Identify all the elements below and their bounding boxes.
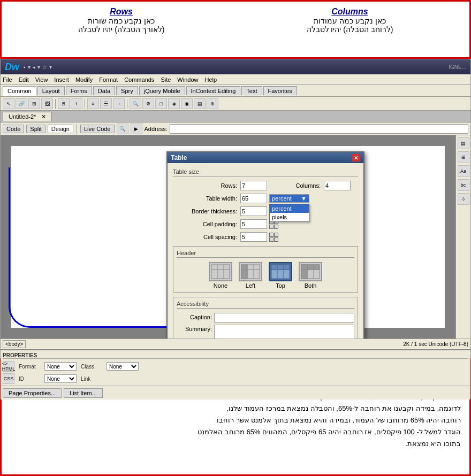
caption-input[interactable] — [214, 313, 354, 323]
settings-icon[interactable]: ⚙ — [142, 98, 154, 109]
menu-file[interactable]: File — [3, 76, 12, 83]
right-icon-5[interactable]: ⊹ — [458, 193, 469, 205]
class-select[interactable]: None — [107, 362, 139, 371]
image-icon[interactable]: 🖼 — [41, 98, 53, 109]
menu-insert[interactable]: Insert — [54, 76, 69, 83]
separator-3 — [127, 99, 127, 109]
zoom-icon[interactable]: 🔍 — [130, 98, 141, 109]
padding-row: Cell padding: — [173, 219, 358, 229]
right-icon-2[interactable]: ⊞ — [458, 151, 469, 163]
unit-dropdown-btn[interactable]: percent ▼ — [269, 194, 309, 203]
width-input[interactable] — [240, 194, 267, 203]
right-icon-3[interactable]: Aa — [458, 165, 469, 177]
tab-common[interactable]: Common — [3, 86, 36, 96]
inspect-icon[interactable]: 🔍 — [117, 124, 128, 134]
misc-icon3[interactable]: ◉ — [181, 98, 193, 109]
misc-icon5[interactable]: ⊕ — [207, 98, 218, 109]
list-icon[interactable]: ☰ — [100, 98, 112, 109]
summary-textarea[interactable] — [214, 325, 354, 339]
tab-spry[interactable]: Spry — [116, 86, 138, 95]
live-code-btn[interactable]: Live Code — [80, 125, 115, 133]
menu-commands[interactable]: Commands — [124, 76, 154, 83]
header-left[interactable]: Left — [239, 262, 262, 289]
menu-edit[interactable]: Edit — [19, 76, 29, 83]
toolbar-icons: ↖ 🔗 ⊞ 🖼 B I ≡ ☰ → 🔍 ⚙ □ ◈ ◉ ▤ ⊕ — [1, 97, 470, 111]
right-icon-1[interactable]: ▤ — [458, 137, 469, 149]
spacing-input[interactable] — [240, 232, 267, 242]
menu-modify[interactable]: Modify — [75, 76, 93, 83]
border-input[interactable] — [240, 206, 267, 216]
indent-icon[interactable]: → — [113, 98, 125, 109]
unit-selected-label: percent — [272, 195, 292, 202]
tab-incontext[interactable]: InContext Editing — [186, 86, 241, 95]
page-props-bar: Page Properties... List Item... — [1, 386, 470, 400]
live-icon[interactable]: ▶ — [131, 124, 142, 134]
doc-tab-untitled[interactable]: Untitled-2* ✕ — [3, 112, 52, 121]
props-row-1: <> HTML Format None Class None — [3, 361, 468, 372]
menu-window[interactable]: Window — [177, 76, 198, 83]
unit-select-container: percent ▼ percent pixels — [269, 194, 309, 203]
padding-input[interactable] — [240, 219, 267, 229]
unit-option-percent[interactable]: percent — [270, 204, 309, 213]
bold-icon[interactable]: B — [58, 98, 70, 109]
split-view-btn[interactable]: Split — [26, 125, 45, 133]
link-label: Link — [81, 376, 102, 382]
right-icon-4[interactable]: bc — [458, 179, 469, 191]
header-both[interactable]: Both — [299, 262, 322, 289]
misc-icon4[interactable]: ▤ — [194, 98, 206, 109]
unit-option-pixels[interactable]: pixels — [270, 213, 309, 221]
tab-text[interactable]: Text — [241, 86, 262, 95]
code-view-btn[interactable]: Code — [3, 125, 24, 133]
dialog-close-button[interactable]: ✕ — [352, 154, 360, 162]
align-icon[interactable]: ≡ — [87, 98, 99, 109]
dw-application: Dw ▪ ▾ ◂ ▾ ☆ ▾ IGNE... File Edit View In… — [0, 59, 471, 358]
tab-jquery[interactable]: jQuery Mobile — [139, 86, 185, 95]
address-label: Address: — [145, 126, 168, 132]
design-view-btn[interactable]: Design — [48, 125, 73, 133]
body-tag[interactable]: <body> — [3, 340, 26, 348]
html-btn[interactable]: <> HTML — [3, 361, 14, 372]
right-panel: ▤ ⊞ Aa bc ⊹ — [455, 135, 470, 339]
header-none-label: None — [214, 282, 227, 289]
cursor-icon[interactable]: ↖ — [3, 98, 14, 109]
link-icon[interactable]: 🔗 — [16, 98, 27, 109]
menu-site[interactable]: Site — [161, 76, 171, 83]
italic-icon[interactable]: I — [71, 98, 82, 109]
info-p4: רוחבה יהיה 65% מרוחבו של העמוד, ובמידה ו… — [217, 416, 461, 424]
title-icons: ▪ ▾ ◂ ▾ ☆ ▾ — [24, 64, 52, 70]
format-label: Format — [19, 364, 40, 370]
id-select[interactable]: None — [44, 374, 77, 383]
misc-icon2[interactable]: ◈ — [168, 98, 180, 109]
tab-favorites[interactable]: Favorites — [263, 86, 297, 95]
css-btn[interactable]: CSS — [3, 373, 14, 384]
address-input[interactable] — [170, 124, 468, 134]
misc-icon1[interactable]: □ — [155, 98, 167, 109]
menu-view[interactable]: View — [35, 76, 48, 83]
header-none[interactable]: None — [209, 262, 232, 289]
format-select[interactable]: None — [44, 362, 77, 371]
table-icon[interactable]: ⊞ — [28, 98, 40, 109]
menu-help[interactable]: Help — [204, 76, 217, 83]
view-controls: Code Split Design Live Code 🔍 ▶ Address: — [1, 122, 470, 135]
menu-format[interactable]: Format — [99, 76, 118, 83]
svg-rect-10 — [271, 265, 290, 270]
header-top[interactable]: Top — [269, 262, 292, 289]
caption-label: Caption: — [177, 313, 214, 320]
tab-data[interactable]: Data — [93, 86, 115, 95]
toolbar-tabs: Common Layout Forms Data Spry jQuery Mob… — [1, 85, 470, 97]
tab-layout[interactable]: Layout — [37, 86, 65, 95]
columns-line2: (לרוחב הטבלה) יהיו לטבלה — [307, 25, 393, 34]
spacing-grid-icon — [269, 233, 278, 242]
columns-line1: כאן נקבע כמה עמודות — [307, 17, 393, 25]
page-properties-button[interactable]: Page Properties... — [3, 388, 62, 398]
cols-input[interactable] — [324, 181, 351, 190]
columns-title: Columns — [307, 7, 393, 17]
view-sep — [77, 124, 77, 134]
dialog-titlebar: Table ✕ — [168, 152, 363, 163]
rows-input[interactable] — [240, 181, 267, 190]
tab-forms[interactable]: Forms — [66, 86, 92, 95]
header-both-label: Both — [305, 282, 317, 289]
dropdown-arrow-icon: ▼ — [301, 195, 307, 202]
list-item-button[interactable]: List Item... — [64, 388, 103, 398]
separator-2 — [85, 99, 85, 109]
